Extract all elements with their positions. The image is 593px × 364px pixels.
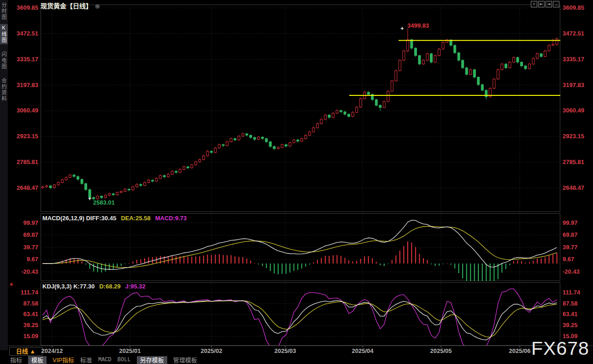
axis-tick-label: 69.87 xyxy=(563,231,578,238)
axis-tick-label: 3060.49 xyxy=(17,107,38,114)
kdj-title-and-k: KDJ(9,3,3) K:77.30 xyxy=(42,283,94,290)
macd-header: MACD(26,12,9) DIFF:30.45DEA:25.58MACD:9.… xyxy=(42,215,187,222)
toolbar-tab-0[interactable]: 指标 xyxy=(10,356,22,364)
toolbar-tab-4[interactable]: MACD xyxy=(98,356,112,364)
titlebar-icon-group: +⇤⇥→ xyxy=(531,1,559,7)
sidebar-item-2[interactable]: 闪电图 xyxy=(0,51,8,70)
axis-tick-label: 3197.83 xyxy=(563,82,584,88)
axis-tick-label: 2923.15 xyxy=(17,133,38,140)
axis-tick-label: 63.41 xyxy=(563,311,578,317)
toolbar-tab-1[interactable]: 模板 xyxy=(28,356,47,364)
macd-dea-value: DEA:25.58 xyxy=(121,215,150,222)
x-axis-label: 2025/06 xyxy=(509,347,531,354)
axis-tick-label: 39.25 xyxy=(563,322,578,329)
axis-tick-label: 39.77 xyxy=(23,244,38,251)
candlestick-chart[interactable] xyxy=(0,0,593,364)
sidebar-item-3[interactable]: 合约资料 xyxy=(0,77,8,103)
axis-tick-label: 15.09 xyxy=(23,333,38,340)
axis-tick-label: 87.58 xyxy=(23,300,38,307)
axis-tick-label: 2648.47 xyxy=(563,184,584,191)
kdj-j-value: J:95.32 xyxy=(125,283,146,290)
axis-tick-label: -20.43 xyxy=(21,268,38,275)
crosshair-icon[interactable]: + xyxy=(531,1,537,7)
kdj-d-value: D:68.29 xyxy=(99,283,120,290)
toolbar-tab-2[interactable]: VIP指标 xyxy=(53,356,74,364)
axis-tick-label: 3609.85 xyxy=(563,4,584,11)
axis-tick-label: 111.74 xyxy=(563,289,580,296)
right-price-axis: 3609.853472.513335.173197.833060.492923.… xyxy=(563,0,593,350)
x-axis-label: 2025/03 xyxy=(275,347,296,354)
axis-tick-label: 2785.81 xyxy=(17,159,38,165)
x-axis-label: 2025/04 xyxy=(352,347,374,354)
indicator-settings-icon[interactable]: ☀ xyxy=(9,281,14,288)
axis-tick-label: 2648.47 xyxy=(17,184,38,191)
axis-tick-label: 39.77 xyxy=(563,244,578,251)
indicator-toolbar: 指标模板VIP指标标准MACDBOLL另存模板管理模板 xyxy=(10,356,197,364)
axis-tick-label: 3472.51 xyxy=(563,30,584,37)
axis-tick-label: 69.87 xyxy=(23,231,38,238)
toolbar-tab-5[interactable]: BOLL xyxy=(117,356,131,364)
sidebar-item-1[interactable]: K线图 xyxy=(0,24,8,44)
chart-type-sidebar: 分时图K线图闪电图合约资料 xyxy=(0,0,8,350)
time-axis-row: 日线 ▲ 2024/122025/012025/022025/032025/04… xyxy=(0,346,593,356)
axis-tick-label: 2923.15 xyxy=(563,133,584,140)
axis-tick-label: 111.74 xyxy=(21,289,38,296)
toolbar-tab-3[interactable]: 标准 xyxy=(80,356,92,364)
low-price-annotation: 2583.01 xyxy=(93,199,115,206)
macd-macd-value: MACD:9.73 xyxy=(155,215,187,222)
high-price-annotation: 3499.83 xyxy=(407,22,429,29)
high-point-marker: + xyxy=(400,25,404,32)
axis-tick-label: 99.97 xyxy=(23,219,38,226)
axis-tick-label: 9.67 xyxy=(27,256,38,263)
axis-tick-label: 9.67 xyxy=(563,256,574,263)
watermark-logo: FX678 xyxy=(531,338,589,359)
axis-tick-label: 3472.51 xyxy=(17,30,38,37)
low-point-marker: + xyxy=(88,195,92,202)
sidebar-item-0[interactable]: 分时图 xyxy=(0,1,8,21)
add-indicator-icon[interactable]: ⊕ xyxy=(95,3,100,10)
axis-tick-label: 3335.17 xyxy=(17,56,38,63)
instrument-title: 现货黄金【日线】⊕ xyxy=(41,1,100,10)
axis-tick-label: 87.58 xyxy=(563,300,578,307)
axis-tick-label: 3197.83 xyxy=(17,82,38,88)
axis-tick-label: -20.43 xyxy=(563,268,580,275)
axis-tick-label: 63.41 xyxy=(23,311,38,317)
pan-right-icon[interactable]: → xyxy=(553,1,559,7)
kdj-header: KDJ(9,3,3) K:77.30D:68.29J:95.32 xyxy=(42,283,146,290)
scale-right-icon[interactable]: ⇥ xyxy=(546,1,552,7)
axis-tick-label: 99.97 xyxy=(563,219,578,226)
axis-tick-label: 3060.49 xyxy=(563,107,584,114)
x-axis-label: 2024/12 xyxy=(41,347,63,354)
x-axis-label: 2025/05 xyxy=(430,347,452,354)
scale-left-icon[interactable]: ⇤ xyxy=(538,1,545,7)
page-title: 现货黄金【日线】 xyxy=(41,2,92,10)
toolbar-tab-7[interactable]: 管理模板 xyxy=(173,356,197,364)
axis-tick-label: 39.25 xyxy=(23,322,38,329)
axis-tick-label: 3335.17 xyxy=(563,56,584,63)
macd-title-and-diff: MACD(26,12,9) DIFF:30.45 xyxy=(42,215,116,222)
x-axis-label: 2025/02 xyxy=(201,347,223,354)
x-axis-label: 2025/01 xyxy=(119,347,141,354)
toolbar-tab-6[interactable]: 另存模板 xyxy=(137,356,167,364)
axis-tick-label: 3609.85 xyxy=(17,4,38,11)
chart-app-window: 分时图K线图闪电图合约资料 现货黄金【日线】⊕ +⇤⇥→ 3609.853472… xyxy=(0,0,593,364)
axis-tick-label: 2785.81 xyxy=(563,159,584,165)
